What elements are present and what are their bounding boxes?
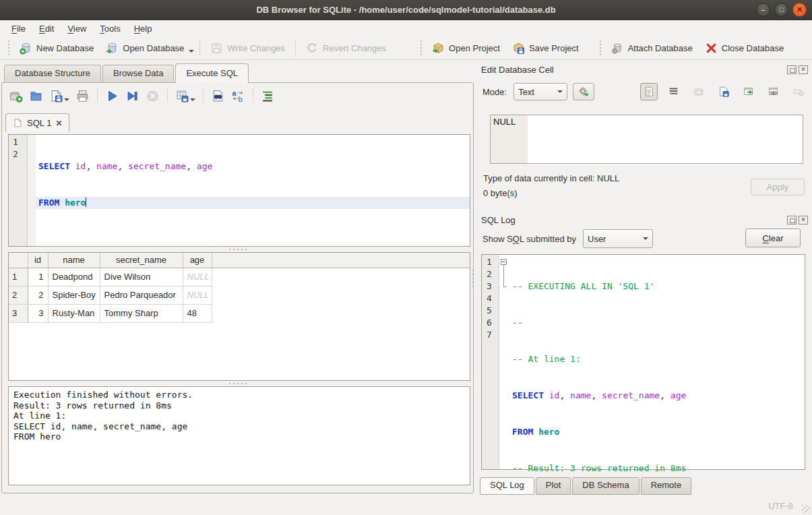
float-dock-icon[interactable] [787, 216, 797, 224]
fold-collapse-icon[interactable] [501, 259, 507, 265]
new-database-button[interactable]: New Database [13, 39, 100, 57]
tab-db-schema[interactable]: DB Schema [572, 477, 639, 495]
open-sql-file-icon[interactable] [29, 89, 43, 103]
find-replace-icon[interactable]: ab [231, 89, 245, 103]
tab-remote[interactable]: Remote [641, 477, 692, 495]
toolbar-grip[interactable] [7, 40, 11, 55]
results-message-splitter[interactable] [8, 381, 470, 386]
apply-button[interactable]: Apply [751, 179, 805, 195]
tab-plot[interactable]: Plot [536, 477, 571, 495]
cell-secret-name[interactable]: Pedro Parqueador [100, 286, 183, 304]
results-grid[interactable]: id name secret_name age 1 1 Deadpond Di [8, 252, 470, 381]
tab-database-structure[interactable]: Database Structure [4, 65, 101, 83]
close-dock-icon[interactable]: ✕ [799, 216, 808, 224]
titlebar[interactable]: DB Browser for SQLite - /home/user/code/… [0, 0, 812, 20]
save-project-button[interactable]: Save Project [506, 39, 585, 57]
toolbar-grip[interactable] [419, 40, 423, 55]
tab-browse-data[interactable]: Browse Data [102, 65, 174, 83]
maximize-button[interactable]: □ [774, 3, 788, 17]
export-icon[interactable] [715, 83, 732, 100]
svg-text:a: a [232, 89, 237, 97]
format-sql-icon[interactable] [261, 89, 275, 103]
revert-changes-button[interactable]: Revert Changes [300, 39, 392, 57]
save-sql-dropdown-icon[interactable] [64, 98, 69, 101]
table-row[interactable]: 1 1 Deadpond Dive Wilson NULL [9, 268, 470, 286]
column-header-id[interactable]: id [28, 253, 48, 268]
save-results-icon[interactable] [175, 89, 195, 103]
log-fold-margin[interactable] [499, 255, 509, 469]
tab-execute-sql[interactable]: Execute SQL [175, 63, 249, 83]
menu-tools[interactable]: Tools [94, 22, 126, 35]
word-wrap-icon[interactable] [665, 83, 683, 100]
cell-age[interactable]: NULL [183, 268, 212, 286]
execute-all-icon[interactable] [105, 89, 119, 103]
cell-name[interactable]: Rusty-Man [48, 304, 100, 322]
open-in-app-icon[interactable] [740, 83, 757, 100]
column-header-name[interactable]: name [48, 253, 100, 268]
open-project-button[interactable]: Open Project [426, 39, 506, 57]
cell-secret-name[interactable]: Tommy Sharp [100, 304, 183, 322]
menu-edit[interactable]: Edit [33, 22, 60, 35]
find-icon[interactable] [211, 89, 225, 103]
column-header-age[interactable]: age [183, 253, 212, 268]
table-row[interactable]: 2 2 Spider-Boy Pedro Parqueador NULL [9, 286, 470, 304]
set-null-icon[interactable] [790, 83, 807, 100]
cell-id[interactable]: 1 [28, 268, 48, 286]
new-sql-tab-icon[interactable] [9, 89, 23, 103]
text-mode-icon[interactable] [640, 83, 658, 100]
close-button[interactable]: ✕ [792, 3, 807, 17]
cell-age[interactable]: 48 [183, 304, 212, 322]
cell-name[interactable]: Deadpond [48, 268, 100, 286]
column-header-secret-name[interactable]: secret_name [100, 253, 183, 268]
tab-sql-log[interactable]: SQL Log [480, 477, 534, 495]
print-sql-icon[interactable] [75, 89, 90, 103]
menu-view[interactable]: View [61, 22, 92, 35]
editor-results-splitter[interactable] [8, 247, 470, 252]
sql-editor[interactable]: 1 2 SELECT id, name, secret_name, age FR… [8, 134, 470, 247]
results-corner-header[interactable] [9, 253, 28, 268]
editor-code-area[interactable]: SELECT id, name, secret_name, age FROM h… [36, 135, 470, 246]
sql-log-view[interactable]: 1234567 -- EXECUTING ALL IN 'SQL 1' -- -… [481, 254, 805, 470]
import-icon[interactable] [690, 83, 708, 100]
minimize-button[interactable]: – [756, 3, 770, 17]
write-changes-button[interactable]: Write Changes [204, 39, 291, 57]
save-sql-file-icon[interactable] [49, 89, 69, 103]
execution-message[interactable]: Execution finished without errors. Resul… [8, 386, 470, 485]
attach-database-button[interactable]: Attach Database [605, 39, 699, 57]
cell-type-info: Type of data currently in cell: NULL [483, 173, 619, 183]
new-database-icon [20, 42, 32, 55]
link-icon[interactable] [765, 83, 782, 100]
cell-id[interactable]: 2 [28, 286, 48, 304]
mode-combobox[interactable]: Text [513, 83, 567, 100]
cell-value: NULL [493, 117, 516, 127]
cell-name[interactable]: Spider-Boy [48, 286, 100, 304]
menu-file[interactable]: File [5, 22, 32, 35]
toolbar-grip[interactable] [598, 40, 602, 55]
filter-combobox[interactable]: User [583, 229, 653, 248]
stop-icon[interactable] [146, 89, 160, 103]
row-number[interactable]: 2 [9, 286, 28, 304]
open-database-button[interactable]: Open Database [100, 39, 190, 57]
close-sql-tab-icon[interactable]: ✕ [55, 119, 62, 128]
close-dock-icon[interactable]: ✕ [799, 65, 808, 74]
row-number[interactable]: 1 [9, 268, 28, 286]
auto-switch-mode-button[interactable] [573, 83, 594, 100]
close-database-button[interactable]: Close Database [699, 39, 790, 57]
cell-age[interactable]: NULL [183, 286, 212, 304]
row-number[interactable]: 3 [9, 304, 28, 322]
execute-line-icon[interactable] [125, 89, 139, 103]
log-code-area[interactable]: -- EXECUTING ALL IN 'SQL 1' -- -- At lin… [509, 255, 805, 469]
clear-button[interactable]: Clear [745, 229, 801, 247]
encoding-indicator[interactable]: UTF-8 [768, 501, 793, 511]
sql-tab-sql1[interactable]: SQL 1 ✕ [5, 113, 69, 132]
float-dock-icon[interactable] [787, 65, 797, 74]
cell-value-editor[interactable]: NULL [490, 115, 803, 164]
save-results-dropdown-icon[interactable] [190, 98, 195, 101]
open-database-dropdown-icon[interactable] [189, 50, 194, 53]
menu-help[interactable]: Help [128, 22, 158, 35]
table-row[interactable]: 3 3 Rusty-Man Tommy Sharp 48 [9, 304, 470, 322]
cell-secret-name[interactable]: Dive Wilson [100, 268, 183, 286]
pane-splitter[interactable] [472, 270, 474, 287]
resize-grip[interactable] [802, 505, 810, 513]
cell-id[interactable]: 3 [28, 304, 48, 322]
